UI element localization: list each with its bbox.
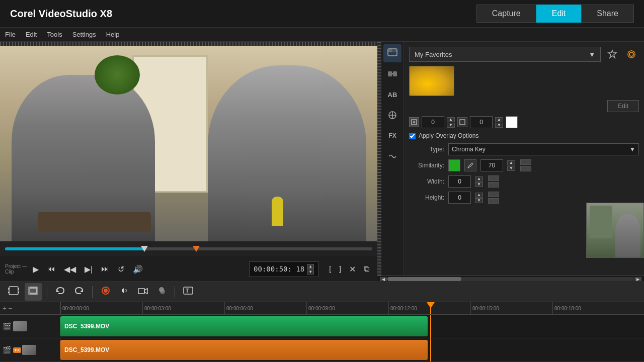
bottle: [272, 197, 283, 226]
ruler-mark-6: 00:00:18:00: [552, 302, 581, 314]
width-spinner[interactable]: ▲ ▼: [475, 176, 483, 187]
width-btn-1[interactable]: [488, 175, 499, 181]
track-1-clip[interactable]: DSC_5399.MOV: [60, 316, 428, 336]
position-x-input[interactable]: [422, 116, 444, 128]
loop-button[interactable]: ↺: [115, 262, 127, 276]
menu-edit[interactable]: Edit: [26, 31, 37, 38]
bottom-panel: T + − 🎬 🎬: [0, 282, 644, 362]
settings-button[interactable]: [624, 47, 639, 62]
similarity-extra-btns: [520, 159, 531, 171]
width-input[interactable]: 0: [448, 175, 471, 188]
tl-text-button[interactable]: T: [180, 284, 196, 300]
delete-button[interactable]: ✕: [346, 262, 359, 276]
sidebar-fx-icon[interactable]: FX: [383, 127, 401, 145]
scroll-right-button[interactable]: ▶: [634, 277, 641, 281]
scroll-left-button[interactable]: ◀: [380, 277, 387, 281]
position-y-spinner[interactable]: ▲ ▼: [495, 117, 503, 128]
scrollbar-thumb[interactable]: [387, 277, 461, 281]
right-scrollbar[interactable]: ◀ ▶: [377, 276, 644, 282]
sim-btn-2[interactable]: [520, 166, 531, 171]
menu-file[interactable]: File: [5, 31, 16, 38]
tl-redo-button[interactable]: [71, 284, 87, 300]
eyedropper-button[interactable]: [464, 159, 476, 171]
menu-tools[interactable]: Tools: [47, 31, 62, 38]
track-2-clip[interactable]: DSC_5399.MOV: [60, 340, 428, 360]
type-value: Chroma Key: [452, 146, 486, 153]
menu-settings[interactable]: Settings: [72, 31, 96, 38]
track-2-label: 🎬 FX: [0, 338, 60, 362]
green-color-swatch[interactable]: [448, 159, 460, 171]
color-swatch[interactable]: [506, 116, 518, 128]
track-1-thumb-inner: [13, 321, 27, 331]
nav-tabs: Capture Edit Share: [476, 5, 634, 23]
position-y-input[interactable]: [470, 116, 493, 128]
tl-layers-button[interactable]: [153, 284, 170, 300]
sim-btn-1[interactable]: [520, 159, 531, 165]
timeline-content: 00:00:00:00 00:00:03:00 00:00:06:00 00:0…: [60, 302, 644, 362]
edit-button[interactable]: Edit: [607, 100, 639, 112]
zoom-out-btn[interactable]: −: [8, 304, 12, 312]
height-btn-1[interactable]: [488, 192, 499, 197]
apply-overlay-label: Apply Overlay Options: [419, 132, 478, 139]
track-2-clip-name: DSC_5399.MOV: [64, 346, 109, 353]
tab-edit[interactable]: Edit: [536, 5, 582, 23]
mark-out-button[interactable]: ]: [336, 262, 344, 276]
scrubber-handle[interactable]: [141, 246, 148, 252]
scrubber-track[interactable]: [5, 247, 372, 250]
tab-share[interactable]: Share: [581, 5, 634, 23]
step-forward-button[interactable]: ▶|: [82, 262, 96, 276]
height-btn-2[interactable]: [488, 198, 499, 204]
position-icon[interactable]: [409, 117, 419, 127]
track-2-row: DSC_5399.MOV: [60, 338, 644, 362]
zoom-in-btn[interactable]: +: [3, 304, 7, 312]
apply-overlay-checkbox[interactable]: [409, 133, 416, 139]
timecode-up[interactable]: ▲: [307, 264, 314, 269]
tl-camera-button[interactable]: [135, 284, 151, 300]
svg-text:+: +: [614, 50, 616, 54]
svg-point-10: [413, 121, 415, 123]
tl-strip-button[interactable]: [25, 283, 42, 301]
tl-undo-button[interactable]: [52, 284, 68, 300]
mark-in-button[interactable]: [: [326, 262, 334, 276]
sidebar-titles-icon[interactable]: AB: [383, 85, 401, 104]
play-button[interactable]: ▶: [30, 262, 42, 276]
favorites-chevron: ▼: [589, 51, 595, 58]
height-row: Height: 0 ▲ ▼: [409, 192, 639, 204]
height-spinner[interactable]: ▲ ▼: [475, 193, 483, 203]
add-favorite-button[interactable]: +: [605, 47, 620, 62]
tl-audio-button[interactable]: [116, 284, 132, 300]
timecode-spinner[interactable]: ▲ ▼: [307, 264, 314, 275]
similarity-spinner[interactable]: ▲ ▼: [507, 160, 515, 171]
timeline-ruler: 00:00:00:00 00:00:03:00 00:00:06:00 00:0…: [60, 302, 644, 315]
type-dropdown[interactable]: Chroma Key ▼: [448, 143, 639, 155]
volume-button[interactable]: 🔊: [130, 262, 146, 276]
timecode-down[interactable]: ▼: [307, 269, 314, 275]
thumbnail-1[interactable]: [409, 66, 454, 96]
small-prev-bg: [590, 206, 612, 238]
video-background: [0, 46, 377, 241]
similarity-input[interactable]: 70: [480, 159, 503, 171]
favorites-dropdown[interactable]: My Favorites ▼: [409, 47, 601, 62]
pip-button[interactable]: ⧉: [361, 262, 372, 276]
tl-film-button[interactable]: [5, 283, 22, 301]
svg-point-23: [104, 289, 108, 293]
edit-btn-row: Edit: [409, 100, 639, 112]
scrubber-area[interactable]: [0, 241, 377, 256]
position-x-spinner[interactable]: ▲ ▼: [447, 117, 455, 128]
next-button[interactable]: ⏭: [98, 262, 112, 276]
favorites-row: My Favorites ▼ +: [409, 47, 639, 62]
tab-capture[interactable]: Capture: [476, 5, 536, 23]
height-input[interactable]: 0: [448, 192, 471, 204]
width-row: Width: 0 ▲ ▼: [409, 175, 639, 188]
track-2-icon: 🎬: [3, 346, 11, 354]
sidebar-media-icon[interactable]: [383, 44, 401, 62]
table: [38, 212, 151, 232]
width-btn-2[interactable]: [488, 182, 499, 188]
rewind-button[interactable]: ◀◀: [61, 262, 79, 276]
sidebar-transitions-icon[interactable]: [383, 65, 401, 83]
prev-button[interactable]: ⏮: [44, 262, 58, 276]
sidebar-motion-icon[interactable]: [383, 147, 401, 165]
sidebar-graphics-icon[interactable]: [383, 106, 401, 124]
tl-record-button[interactable]: [98, 284, 114, 300]
menu-help[interactable]: Help: [106, 31, 120, 38]
